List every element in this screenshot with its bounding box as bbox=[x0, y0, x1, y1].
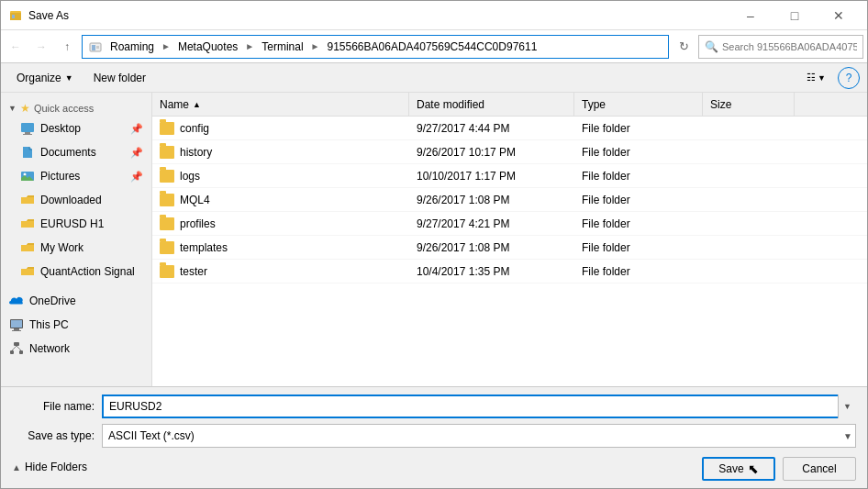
svg-rect-8 bbox=[23, 134, 32, 135]
organize-label: Organize bbox=[17, 72, 61, 84]
main-content: ▼ ★ Quick access Desktop 📌 Documents 📌 bbox=[1, 93, 867, 386]
new-folder-button[interactable]: New folder bbox=[85, 67, 154, 89]
sidebar-quick-access-header[interactable]: ▼ ★ Quick access bbox=[1, 96, 151, 117]
file-list-header: Name ▲ Date modified Type Size bbox=[152, 93, 867, 117]
svg-rect-4 bbox=[92, 45, 95, 50]
cancel-button[interactable]: Cancel bbox=[783, 457, 856, 481]
save-button[interactable]: Save ⬉ bbox=[702, 457, 775, 481]
file-date-cell: 10/4/2017 1:35 PM bbox=[409, 260, 574, 283]
sidebar-item-documents[interactable]: Documents 📌 bbox=[1, 140, 151, 164]
sidebar-item-mywork[interactable]: My Work bbox=[1, 236, 151, 260]
action-buttons: Save ⬉ Cancel bbox=[702, 457, 856, 481]
forward-button[interactable]: → bbox=[30, 36, 52, 58]
file-size-cell bbox=[703, 212, 795, 235]
close-button[interactable]: ✕ bbox=[818, 2, 860, 29]
maximize-button[interactable]: □ bbox=[773, 2, 816, 29]
view-button[interactable]: ☷ ▼ bbox=[802, 67, 830, 89]
svg-rect-5 bbox=[96, 46, 99, 49]
folder-eurusd-icon bbox=[20, 217, 35, 231]
pin-icon: 📌 bbox=[130, 123, 143, 135]
up-button[interactable]: ↑ bbox=[56, 36, 78, 58]
file-type-cell: File folder bbox=[574, 188, 703, 211]
refresh-button[interactable]: ↻ bbox=[673, 36, 695, 58]
svg-rect-17 bbox=[19, 350, 23, 354]
path-root-icon bbox=[88, 39, 103, 54]
title-bar-controls: – □ ✕ bbox=[729, 2, 860, 29]
this-pc-icon bbox=[9, 317, 24, 332]
address-path[interactable]: Roaming ► MetaQuotes ► Terminal ► 915566… bbox=[82, 35, 669, 59]
back-button[interactable]: ← bbox=[5, 36, 27, 58]
col-header-size[interactable]: Size bbox=[703, 93, 795, 116]
table-row[interactable]: history 9/26/2017 10:17 PM File folder bbox=[152, 140, 867, 164]
pictures-icon bbox=[20, 169, 35, 183]
file-name-label: File name: bbox=[12, 400, 95, 413]
minimize-button[interactable]: – bbox=[729, 2, 772, 29]
search-input[interactable] bbox=[722, 41, 857, 52]
file-name-dropdown-button[interactable]: ▼ bbox=[838, 395, 856, 418]
table-row[interactable]: tester 10/4/2017 1:35 PM File folder bbox=[152, 260, 867, 283]
file-size-cell bbox=[703, 117, 795, 139]
sidebar-item-downloaded[interactable]: Downloaded bbox=[1, 188, 151, 212]
chevron-up-icon: ▲ bbox=[12, 462, 21, 472]
quick-access-label: Quick access bbox=[34, 103, 94, 114]
folder-icon bbox=[160, 122, 174, 135]
file-date-cell: 9/26/2017 1:08 PM bbox=[409, 188, 574, 211]
folder-icon bbox=[160, 241, 174, 254]
col-header-size-label: Size bbox=[710, 98, 731, 111]
star-icon: ★ bbox=[20, 102, 30, 115]
sidebar-item-onedrive[interactable]: OneDrive bbox=[1, 289, 151, 313]
svg-rect-1 bbox=[10, 13, 21, 20]
sidebar: ▼ ★ Quick access Desktop 📌 Documents 📌 bbox=[1, 93, 152, 386]
col-header-name[interactable]: Name ▲ bbox=[152, 93, 409, 116]
cancel-button-label: Cancel bbox=[802, 462, 836, 475]
save-as-type-select-wrapper: ASCII Text (*.csv) ▼ bbox=[102, 424, 856, 448]
sidebar-item-network[interactable]: Network bbox=[1, 337, 151, 361]
table-row[interactable]: MQL4 9/26/2017 1:08 PM File folder bbox=[152, 188, 867, 212]
help-button[interactable]: ? bbox=[838, 67, 860, 89]
col-header-type[interactable]: Type bbox=[574, 93, 703, 116]
sidebar-item-onedrive-label: OneDrive bbox=[29, 295, 143, 307]
folder-icon bbox=[160, 265, 174, 278]
file-type-cell: File folder bbox=[574, 236, 703, 259]
svg-rect-14 bbox=[12, 330, 21, 331]
path-segment-terminal[interactable]: Terminal bbox=[258, 39, 306, 55]
sidebar-item-desktop[interactable]: Desktop 📌 bbox=[1, 117, 151, 140]
pin-icon-docs: 📌 bbox=[130, 147, 143, 159]
table-row[interactable]: config 9/27/2017 4:44 PM File folder bbox=[152, 117, 867, 140]
sidebar-item-eurusd[interactable]: EURUSD H1 bbox=[1, 212, 151, 236]
path-segment-id[interactable]: 915566BA06ADA407569C544CC0D97611 bbox=[323, 39, 540, 55]
sidebar-item-this-pc[interactable]: This PC bbox=[1, 313, 151, 337]
sidebar-item-downloaded-label: Downloaded bbox=[40, 194, 143, 206]
hide-folders-button[interactable]: ▲ Hide Folders bbox=[12, 457, 87, 477]
path-segment-metaquotes[interactable]: MetaQuotes bbox=[174, 39, 241, 55]
file-rows-container: config 9/27/2017 4:44 PM File folder his… bbox=[152, 117, 867, 283]
col-header-date-label: Date modified bbox=[417, 98, 484, 111]
svg-rect-12 bbox=[11, 320, 22, 328]
save-as-type-select[interactable]: ASCII Text (*.csv) bbox=[102, 424, 856, 448]
toolbar: Organize ▼ New folder ☷ ▼ ? bbox=[1, 63, 867, 93]
chevron-down-icon: ▼ bbox=[8, 104, 17, 113]
sort-arrow-icon: ▲ bbox=[193, 100, 201, 109]
desktop-icon bbox=[20, 121, 35, 136]
table-row[interactable]: profiles 9/27/2017 4:21 PM File folder bbox=[152, 212, 867, 236]
file-name-input[interactable] bbox=[102, 395, 856, 418]
svg-rect-13 bbox=[14, 328, 19, 330]
file-size-cell bbox=[703, 140, 795, 163]
file-size-cell bbox=[703, 260, 795, 283]
sidebar-item-quantaction[interactable]: QuantAction Signal bbox=[1, 260, 151, 283]
svg-line-19 bbox=[17, 346, 21, 350]
path-segment-roaming[interactable]: Roaming bbox=[106, 39, 158, 55]
col-header-type-label: Type bbox=[582, 98, 606, 111]
sidebar-item-documents-label: Documents bbox=[40, 146, 125, 159]
address-bar: ← → ↑ Roaming ► MetaQuotes ► Terminal ► … bbox=[1, 30, 867, 63]
col-header-date[interactable]: Date modified bbox=[409, 93, 574, 116]
table-row[interactable]: templates 9/26/2017 1:08 PM File folder bbox=[152, 236, 867, 260]
organize-button[interactable]: Organize ▼ bbox=[8, 67, 82, 89]
sidebar-item-pictures[interactable]: Pictures 📌 bbox=[1, 164, 151, 188]
cursor-indicator: ⬉ bbox=[748, 461, 759, 476]
file-name-cell: logs bbox=[180, 170, 200, 183]
sidebar-item-quantaction-label: QuantAction Signal bbox=[40, 265, 143, 278]
folder-quantaction-icon bbox=[20, 264, 35, 279]
table-row[interactable]: logs 10/10/2017 1:17 PM File folder bbox=[152, 164, 867, 188]
col-header-name-label: Name bbox=[160, 98, 189, 111]
